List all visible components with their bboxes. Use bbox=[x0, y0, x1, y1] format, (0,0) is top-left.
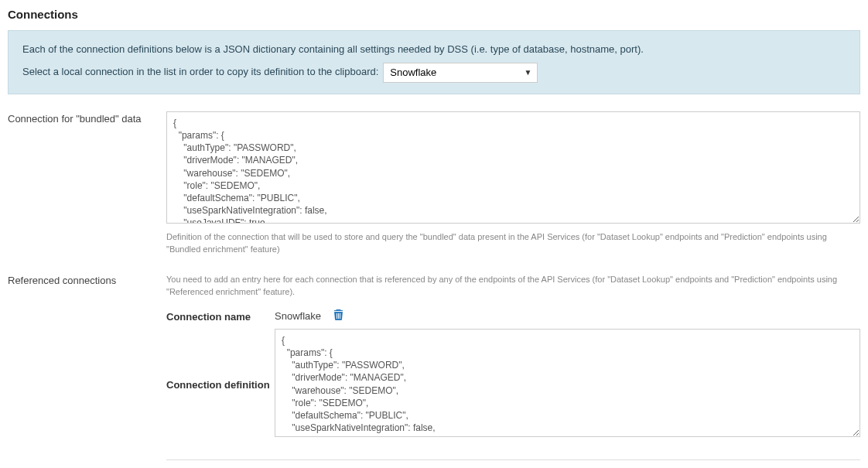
trash-icon[interactable] bbox=[333, 309, 343, 323]
connection-definition-label: Connection definition bbox=[166, 377, 275, 391]
connection-name-label: Connection name bbox=[166, 309, 275, 323]
info-line-1: Each of the connection definitions below… bbox=[22, 42, 846, 58]
bundled-json-textarea[interactable] bbox=[166, 111, 860, 224]
referenced-label: Referenced connections bbox=[8, 273, 166, 468]
page-title: Connections bbox=[8, 8, 860, 21]
referenced-helper-text: You need to add an entry here for each c… bbox=[166, 273, 860, 299]
divider bbox=[166, 459, 860, 460]
info-banner: Each of the connection definitions below… bbox=[8, 30, 860, 94]
connection-definition-textarea[interactable] bbox=[275, 329, 860, 437]
local-connection-select[interactable]: Snowflake bbox=[383, 63, 538, 83]
info-line-2-prefix: Select a local connection in the list in… bbox=[22, 64, 378, 80]
bundled-helper-text: Definition of the connection that will b… bbox=[166, 231, 860, 256]
bundled-label: Connection for "bundled" data bbox=[8, 111, 166, 256]
connection-name-value: Snowflake bbox=[275, 310, 321, 322]
